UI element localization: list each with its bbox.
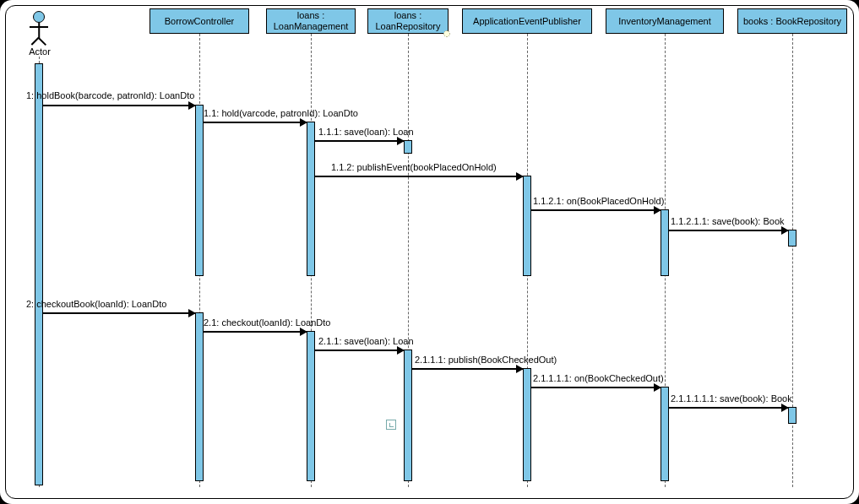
activation-loans-mgmt-2	[307, 331, 315, 481]
message-label: 2.1.1: save(loan): Loan	[318, 336, 414, 346]
participant-book-repository: books : BookRepository	[737, 8, 847, 34]
participant-inventory-management: InventoryManagement	[606, 8, 724, 34]
message-label: 1.1.2.1: on(BookPlacedOnHold)	[533, 196, 664, 206]
gear-icon	[442, 29, 452, 39]
message-arrow	[412, 368, 523, 370]
message-label: 2: checkoutBook(loanId): LoanDto	[26, 299, 166, 309]
activation-inv-mgmt-1	[661, 209, 669, 276]
participant-borrow-controller: BorrowController	[150, 8, 249, 34]
message-label: 1.1: hold(varcode, patronId): LoanDto	[204, 108, 358, 118]
participant-event-publisher: ApplicationEventPublisher	[462, 8, 592, 34]
activation-borrow-2	[195, 312, 204, 481]
participant-loan-management: loans : LoanManagement	[266, 8, 356, 34]
message-arrow	[315, 140, 404, 142]
message-label: 1.1.2: publishEvent(bookPlacedOnHold)	[331, 162, 497, 172]
activation-loans-mgmt-1	[307, 122, 315, 276]
message-label: 2.1.1.1.1.1: save(book): Book	[671, 393, 792, 404]
message-arrow	[43, 105, 195, 106]
activation-borrow-1	[195, 105, 204, 276]
message-label: 2.1.1.1: publish(BookCheckedOut)	[415, 355, 557, 365]
activation-inv-mgmt-2	[661, 387, 669, 481]
message-arrow	[669, 407, 788, 409]
message-label: 1: holdBook(barcode, patronId): LoanDto	[26, 90, 194, 100]
message-label: 1.1.2.1.1: save(book): Book	[671, 216, 785, 226]
activation-books-repo-2	[788, 407, 796, 424]
activation-actor	[35, 63, 43, 485]
activation-publisher-2	[523, 368, 531, 481]
diagram-canvas: Actor BorrowController loans : LoanManag…	[5, 5, 854, 499]
message-arrow	[669, 230, 788, 231]
message-label: 2.1.1.1.1: on(BookCheckedOut)	[533, 373, 664, 383]
message-arrow	[204, 122, 307, 123]
actor-label: Actor	[23, 46, 57, 57]
activation-loans-repo-1	[404, 140, 412, 154]
combined-fragment-icon	[386, 420, 396, 430]
actor-icon	[28, 11, 50, 46]
message-arrow	[204, 331, 307, 333]
message-arrow	[315, 350, 404, 351]
diagram-frame: Actor BorrowController loans : LoanManag…	[0, 0, 859, 504]
message-arrow	[315, 176, 523, 177]
message-arrow	[531, 209, 661, 211]
message-label: 1.1.1: save(loan): Loan	[318, 127, 414, 137]
message-label: 2.1: checkout(loanId): LoanDto	[204, 317, 330, 328]
activation-books-repo-1	[788, 230, 796, 247]
participant-loan-repository: loans : LoanRepository	[367, 8, 449, 34]
activation-publisher-1	[523, 176, 531, 276]
message-arrow	[43, 312, 195, 314]
activation-loans-repo-2	[404, 350, 412, 481]
message-arrow	[531, 387, 661, 388]
